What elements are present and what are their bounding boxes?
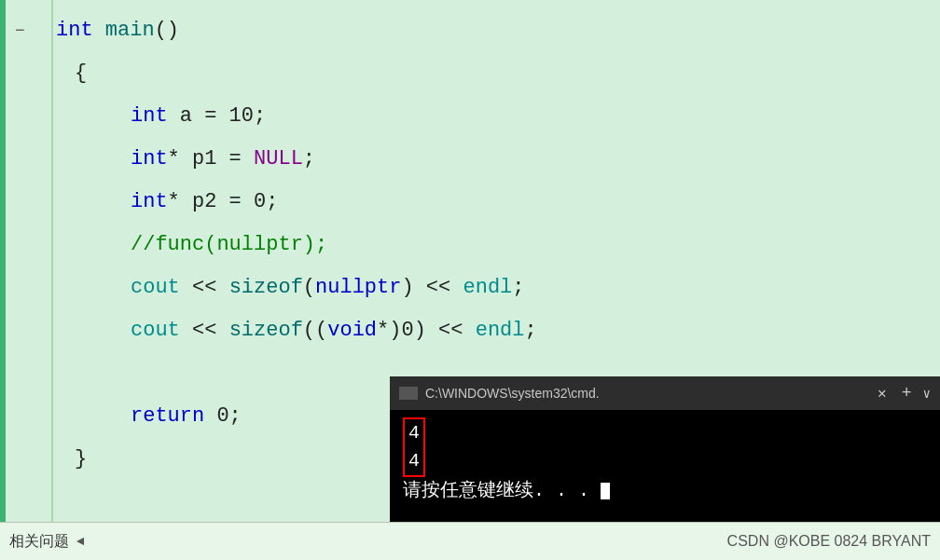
keyword-int: int — [131, 138, 168, 181]
keyword-void: void — [327, 309, 377, 352]
prompt-text: 请按任意键继续. . . — [403, 480, 589, 501]
paren: () — [155, 9, 179, 52]
code-line: //func(nullptr); — [56, 224, 940, 266]
code-text: * p1 = — [168, 138, 254, 181]
terminal-app-icon — [399, 387, 418, 400]
code-text: << — [180, 309, 229, 352]
func-sizeof: sizeof — [229, 266, 303, 309]
func-sizeof: sizeof — [229, 309, 303, 352]
open-brace: { — [75, 52, 87, 95]
status-right-label: CSDN @KOBE 0824 BRYANT — [727, 533, 931, 550]
terminal-prompt: 请按任意键继续. . . — [403, 477, 927, 502]
terminal-highlighted-output: 4 4 — [403, 417, 425, 477]
code-line: int a = 10; — [56, 95, 940, 138]
code-text: ) << — [401, 266, 463, 309]
terminal-window: C:\WINDOWS\system32\cmd. ✕ + ∨ 4 4 请按任意键… — [390, 376, 940, 522]
code-line: int * p1 = NULL ; — [56, 138, 940, 181]
code-text: ( — [303, 266, 315, 309]
terminal-cursor — [601, 483, 610, 499]
terminal-chevron-icon[interactable]: ∨ — [923, 386, 931, 402]
code-line: int * p2 = 0; — [56, 181, 940, 224]
terminal-new-tab-button[interactable]: + — [898, 384, 916, 403]
keyword-endl: endl — [476, 309, 525, 352]
terminal-body: 4 4 请按任意键继续. . . — [390, 410, 940, 522]
comment-text: //func(nullptr); — [131, 224, 327, 266]
close-brace: } — [75, 438, 87, 481]
keyword-cout: cout — [131, 266, 180, 309]
null-keyword: NULL — [254, 138, 303, 181]
terminal-title: C:\WINDOWS\system32\cmd. — [425, 386, 866, 401]
code-text: * p2 = 0; — [168, 181, 279, 224]
keyword-int: int — [131, 181, 168, 224]
keyword-endl: endl — [463, 266, 512, 309]
keyword-int: int — [131, 95, 168, 138]
terminal-close-button[interactable]: ✕ — [874, 384, 891, 403]
space — [93, 9, 105, 52]
code-line: cout << sizeof ( nullptr ) << endl ; — [56, 266, 940, 309]
code-text: (( — [303, 309, 327, 352]
code-line: − int main () — [56, 9, 940, 52]
terminal-output-line-1: 4 4 — [403, 417, 927, 477]
code-text: << — [180, 266, 229, 309]
code-text: ; — [512, 266, 524, 309]
code-text: 0; — [204, 395, 242, 438]
output-line-1: 4 — [408, 422, 420, 444]
terminal-titlebar: C:\WINDOWS\system32\cmd. ✕ + ∨ — [390, 376, 940, 410]
keyword-int: int — [56, 9, 93, 52]
code-line: { — [56, 52, 940, 95]
code-text: ; — [303, 138, 315, 181]
code-text: a = 10; — [168, 95, 267, 138]
code-text: *)0) << — [377, 309, 476, 352]
func-main: main — [105, 9, 155, 52]
keyword-nullptr: nullptr — [315, 266, 401, 309]
keyword-cout: cout — [131, 309, 180, 352]
scroll-left-icon[interactable]: ◄ — [76, 534, 84, 549]
status-left-label: 相关问题 — [9, 532, 69, 552]
output-line-2: 4 — [408, 450, 420, 471]
code-text: ; — [525, 309, 537, 352]
code-line: cout << sizeof (( void *)0) << endl ; — [56, 309, 940, 352]
status-bar: 相关问题 ◄ CSDN @KOBE 0824 BRYANT — [0, 522, 940, 560]
fold-icon[interactable]: − — [15, 9, 25, 52]
keyword-return: return — [131, 395, 204, 438]
